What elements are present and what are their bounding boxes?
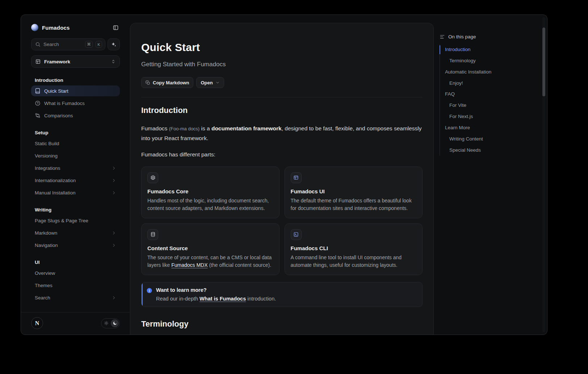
card-title: Content Source: [147, 245, 273, 251]
framework-icon: [35, 59, 41, 64]
theme-toggle[interactable]: [101, 318, 120, 328]
card-fumadocs-core[interactable]: Fumadocs Core Handles most of the logic,…: [141, 167, 280, 218]
search-input[interactable]: Search ⌘ K: [31, 38, 105, 50]
chevron-right-icon: [112, 295, 116, 300]
toc-item-introduction[interactable]: Introduction: [440, 44, 521, 55]
card-fumadocs-cli[interactable]: Fumadocs CLI A command line tool to inst…: [285, 223, 423, 275]
fumadocs-mdx-link[interactable]: Fumadocs MDX: [171, 262, 207, 268]
app-window: Fumadocs Search ⌘ K: [21, 14, 547, 335]
text-mid: is a: [200, 125, 211, 131]
sidebar-item-label: Search: [35, 295, 50, 301]
text-pronunciation: (Foo-ma docs): [169, 126, 200, 131]
sidebar-item-label: Manual Installation: [35, 190, 76, 196]
toc-item-special-needs[interactable]: Special Needs: [440, 145, 521, 156]
toc-item-enjoy[interactable]: Enjoy!: [440, 78, 521, 89]
kbd-k: K: [96, 41, 102, 48]
open-button[interactable]: Open: [196, 77, 224, 88]
callout-text: Read our in-depth: [156, 296, 200, 302]
card-desc-text: (the official content source).: [208, 262, 272, 268]
sidebar-collapse-button[interactable]: [111, 23, 120, 32]
book-icon: [35, 88, 41, 94]
card-description: A command line tool to install UI compon…: [291, 254, 417, 269]
sidebar-item-markdown[interactable]: Markdown: [31, 227, 120, 238]
sidebar-footer: N: [21, 312, 130, 335]
sidebar-item-label: Versioning: [35, 153, 58, 159]
kbd-cmd: ⌘: [85, 41, 93, 48]
sidebar-item-versioning[interactable]: Versioning: [31, 150, 120, 161]
sidebar-item-static-build[interactable]: Static Build: [31, 138, 120, 149]
sidebar-item-internationalization[interactable]: Internationalization: [31, 175, 120, 186]
sidebar-item-page-slugs[interactable]: Page Slugs & Page Tree: [31, 215, 120, 226]
card-fumadocs-ui[interactable]: Fumadocs UI The default theme of Fumadoc…: [285, 167, 423, 218]
sidebar-item-comparisons[interactable]: Comparisons: [31, 110, 120, 121]
copy-markdown-button[interactable]: Copy Markdown: [141, 77, 193, 88]
search-placeholder: Search: [43, 42, 82, 47]
sidebar-item-themes[interactable]: Themes: [31, 280, 120, 291]
intro-paragraph: Fumadocs (Foo-ma docs) is a documentatio…: [141, 124, 423, 143]
sidebar-header: Fumadocs: [31, 23, 120, 32]
toc-list: Introduction Terminology Automatic Insta…: [440, 44, 521, 156]
toc-item-automatic-installation[interactable]: Automatic Installation: [440, 67, 521, 78]
search-icon: [35, 42, 41, 47]
sidebar-item-label: Comparisons: [44, 113, 73, 118]
divider: [141, 97, 423, 97]
sidebar-item-what-is-fumadocs[interactable]: What is Fumadocs: [31, 98, 120, 109]
align-left-icon: [440, 34, 445, 39]
brand[interactable]: Fumadocs: [31, 24, 70, 31]
toc-item-terminology[interactable]: Terminology: [440, 55, 521, 67]
sidebar-item-integrations[interactable]: Integrations: [31, 163, 120, 173]
copy-icon: [146, 80, 150, 85]
sidebar-item-overview[interactable]: Overview: [31, 268, 120, 278]
callout-text: introduction.: [246, 296, 276, 302]
chevron-right-icon: [112, 166, 116, 171]
terminology-heading: Terminology: [141, 319, 423, 329]
open-label: Open: [201, 80, 213, 85]
scrollbar-thumb[interactable]: [542, 28, 545, 96]
toc-item-faq[interactable]: FAQ: [440, 89, 521, 100]
sidebar-item-label: Page Slugs & Page Tree: [35, 218, 88, 223]
callout-title: Want to learn more?: [156, 287, 416, 293]
main-content: Quick Start Getting Started with Fumadoc…: [130, 23, 434, 335]
sidebar-item-search[interactable]: Search: [31, 292, 120, 303]
text-documentation-framework: documentation framework: [211, 125, 282, 131]
moon-icon: [113, 321, 117, 325]
page-actions: Copy Markdown Open: [141, 77, 423, 88]
search-row: Search ⌘ K: [31, 38, 120, 50]
card-description: The default theme of Fumadocs offers a b…: [291, 197, 417, 212]
scrollbar-track[interactable]: [542, 17, 545, 332]
toc-title: On this page: [448, 34, 476, 39]
card-title: Fumadocs UI: [291, 188, 417, 194]
sidebar-item-navigation[interactable]: Navigation: [31, 240, 120, 251]
card-title: Fumadocs CLI: [291, 245, 417, 251]
sparkles-icon: [111, 42, 117, 47]
card-description: The source of your content, can be a CMS…: [147, 254, 273, 269]
callout-body: Read our in-depth What is Fumadocs intro…: [156, 296, 416, 302]
sun-icon: [104, 321, 109, 325]
toc-item-learn-more[interactable]: Learn More: [440, 122, 521, 134]
nextjs-avatar[interactable]: N: [31, 317, 43, 329]
section-title-setup: Setup: [31, 130, 120, 135]
terminal-icon: [291, 229, 302, 240]
toc-item-writing-content[interactable]: Writing Content: [440, 134, 521, 145]
sidebar-item-manual-installation[interactable]: Manual Installation: [31, 187, 120, 198]
ai-assistant-button[interactable]: [108, 38, 120, 50]
sidebar-item-label: What is Fumadocs: [44, 101, 85, 106]
card-title: Fumadocs Core: [147, 188, 273, 194]
dark-theme-button[interactable]: [111, 319, 119, 327]
what-is-fumadocs-link[interactable]: What is Fumadocs: [200, 296, 246, 302]
page-title: Quick Start: [141, 41, 423, 54]
section-title-introduction: Introduction: [31, 77, 120, 83]
sidebar-item-label: Integrations: [35, 165, 60, 171]
chevron-right-icon: [112, 190, 116, 195]
section-title-ui: UI: [31, 260, 120, 265]
cpu-icon: [147, 172, 158, 183]
card-description: Handles most of the logic, including doc…: [147, 197, 273, 212]
toc-item-for-vite[interactable]: For Vite: [440, 100, 521, 111]
fumadocs-logo-icon: [31, 24, 38, 31]
sidebar-item-quick-start[interactable]: Quick Start: [31, 85, 120, 96]
framework-select[interactable]: Framework: [31, 55, 120, 68]
toc-item-for-nextjs[interactable]: For Next.js: [440, 111, 521, 122]
light-theme-button[interactable]: [102, 319, 110, 327]
card-content-source[interactable]: Content Source The source of your conten…: [141, 223, 280, 275]
database-icon: [147, 229, 158, 240]
